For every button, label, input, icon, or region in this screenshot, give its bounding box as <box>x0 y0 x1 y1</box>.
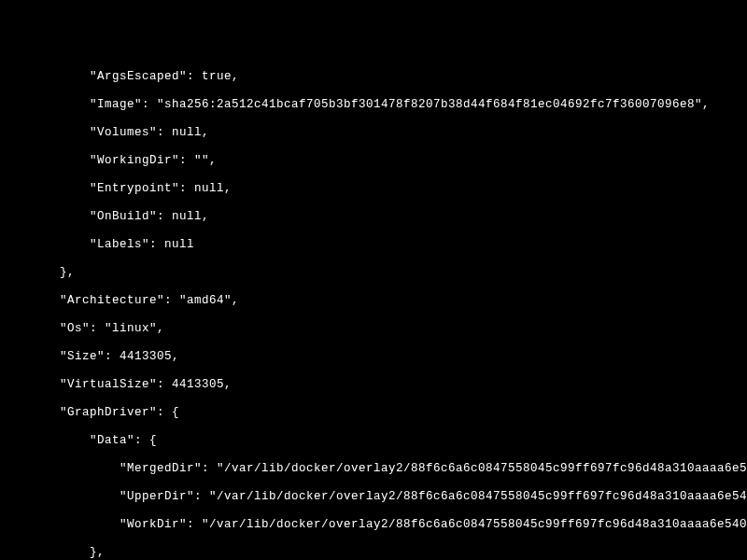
terminal-output[interactable]: "ArgsEscaped": true, "Image": "sha256:2a… <box>0 56 747 560</box>
json-line: "MergedDir": "/var/lib/docker/overlay2/8… <box>0 462 747 476</box>
json-line: "Entrypoint": null, <box>0 182 747 196</box>
json-line: "Data": { <box>0 434 747 448</box>
json-line: "ArgsEscaped": true, <box>0 70 747 84</box>
json-line: "Architecture": "amd64", <box>0 294 747 308</box>
json-line: "WorkDir": "/var/lib/docker/overlay2/88f… <box>0 518 747 532</box>
json-line: }, <box>0 546 747 560</box>
json-line: "Labels": null <box>0 238 747 252</box>
json-line: "Volumes": null, <box>0 126 747 140</box>
json-line: "VirtualSize": 4413305, <box>0 378 747 392</box>
json-line: "Size": 4413305, <box>0 350 747 364</box>
json-line: "WorkingDir": "", <box>0 154 747 168</box>
json-line: "GraphDriver": { <box>0 406 747 420</box>
json-line: "Os": "linux", <box>0 322 747 336</box>
json-line: }, <box>0 266 747 280</box>
json-line: "UpperDir": "/var/lib/docker/overlay2/88… <box>0 490 747 504</box>
json-line: "Image": "sha256:2a512c41bcaf705b3bf3014… <box>0 98 747 112</box>
json-line: "OnBuild": null, <box>0 210 747 224</box>
